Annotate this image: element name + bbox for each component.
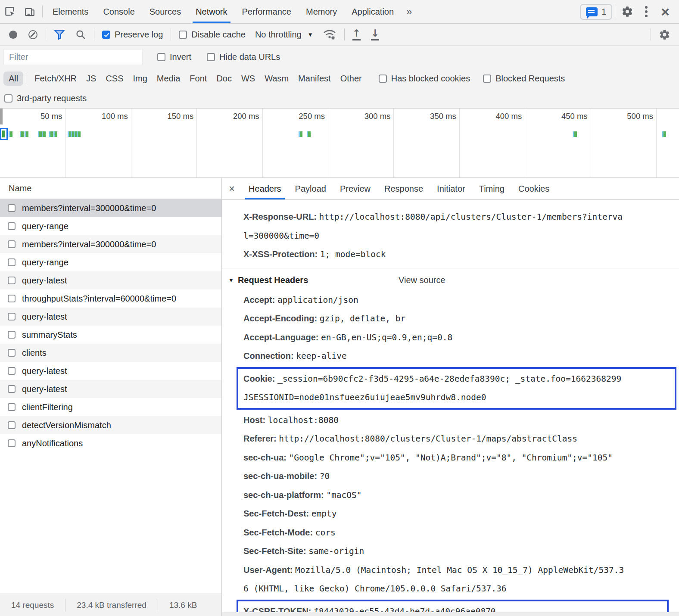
device-toolbar-icon[interactable] xyxy=(20,0,40,23)
request-row-checkbox[interactable] xyxy=(8,313,16,320)
header-entry-host: Host: localhost:8080 xyxy=(222,411,679,430)
request-type-chip-ws[interactable]: WS xyxy=(237,72,260,86)
tab-sources[interactable]: Sources xyxy=(142,0,188,23)
disable-cache-toggle[interactable]: Disable cache xyxy=(179,30,246,40)
settings-gear-icon[interactable] xyxy=(618,2,637,21)
request-row-checkbox[interactable] xyxy=(8,295,16,302)
request-row-checkbox[interactable] xyxy=(8,240,16,248)
request-headers-section-header[interactable]: ▼ Request Headers View source xyxy=(222,270,679,291)
request-type-chip-other[interactable]: Other xyxy=(336,72,367,86)
request-row[interactable]: query-range xyxy=(0,253,221,271)
disable-cache-checkbox[interactable] xyxy=(179,31,187,39)
request-type-chip-media[interactable]: Media xyxy=(152,72,185,86)
request-type-chip-all[interactable]: All xyxy=(3,72,23,86)
request-type-chip-wasm[interactable]: Wasm xyxy=(260,72,293,86)
filter-funnel-icon[interactable] xyxy=(54,29,65,40)
request-row-checkbox[interactable] xyxy=(8,385,16,393)
tab-memory[interactable]: Memory xyxy=(299,0,344,23)
devtools-window: ElementsConsoleSourcesNetworkPerformance… xyxy=(0,0,679,616)
request-type-chip-img[interactable]: Img xyxy=(128,72,152,86)
preserve-log-checkbox[interactable] xyxy=(102,31,110,39)
request-type-chip-js[interactable]: JS xyxy=(81,72,101,86)
kebab-menu-icon[interactable] xyxy=(637,2,656,21)
request-row[interactable]: clients xyxy=(0,344,221,362)
network-settings-gear-icon[interactable] xyxy=(659,29,670,40)
request-row[interactable]: detectVersionMismatch xyxy=(0,416,221,434)
filter-row: Invert Hide data URLs xyxy=(0,46,679,68)
third-party-row: 3rd-party requests xyxy=(0,89,679,109)
third-party-toggle[interactable]: 3rd-party requests xyxy=(4,93,87,103)
inspect-element-icon[interactable] xyxy=(0,0,20,23)
request-row-checkbox[interactable] xyxy=(8,277,16,284)
network-overview-timeline[interactable]: 50 ms100 ms150 ms200 ms250 ms300 ms350 m… xyxy=(0,109,679,178)
request-row[interactable]: query-latest xyxy=(0,271,221,289)
search-icon[interactable] xyxy=(75,29,86,40)
details-tab-initiator[interactable]: Initiator xyxy=(430,178,472,199)
request-row[interactable]: query-latest xyxy=(0,380,221,398)
network-conditions-icon[interactable] xyxy=(323,29,336,40)
overview-segment: 100 ms xyxy=(65,109,131,177)
request-row-checkbox[interactable] xyxy=(8,204,16,212)
details-tab-preview[interactable]: Preview xyxy=(333,178,377,199)
blocked-requests-toggle[interactable]: Blocked Requests xyxy=(483,74,565,84)
tab-network[interactable]: Network xyxy=(188,0,234,23)
request-row-checkbox[interactable] xyxy=(8,349,16,357)
request-row-checkbox[interactable] xyxy=(8,222,16,230)
header-name: sec-ch-ua-platform: xyxy=(243,490,326,500)
blocked-requests-checkbox[interactable] xyxy=(483,75,491,83)
view-source-link[interactable]: View source xyxy=(399,275,445,285)
record-network-log-icon[interactable] xyxy=(9,31,17,39)
has-blocked-cookies-toggle[interactable]: Has blocked cookies xyxy=(379,74,470,84)
third-party-checkbox[interactable] xyxy=(4,94,12,103)
issues-badge-button[interactable]: 1 xyxy=(580,4,612,20)
more-tabs-button[interactable]: » xyxy=(401,0,417,23)
name-column-header[interactable]: Name xyxy=(0,178,221,199)
invert-toggle[interactable]: Invert xyxy=(157,52,191,62)
tab-application[interactable]: Application xyxy=(344,0,401,23)
request-type-chip-fetch-xhr[interactable]: Fetch/XHR xyxy=(30,72,81,86)
throttling-select[interactable]: No throttling ▼ xyxy=(255,30,313,40)
request-row[interactable]: summaryStats xyxy=(0,326,221,344)
request-row-checkbox[interactable] xyxy=(8,403,16,411)
hide-data-urls-checkbox[interactable] xyxy=(207,53,215,61)
overview-tick-label: 450 ms xyxy=(561,112,588,121)
import-har-icon[interactable]: ↑ xyxy=(352,28,361,40)
tab-console[interactable]: Console xyxy=(96,0,142,23)
export-har-icon[interactable]: ↓ xyxy=(371,28,379,40)
close-devtools-icon[interactable]: × xyxy=(656,2,675,21)
request-row[interactable]: clientFiltering xyxy=(0,398,221,416)
invert-checkbox[interactable] xyxy=(157,53,165,61)
has-blocked-cookies-checkbox[interactable] xyxy=(379,75,387,83)
request-row-checkbox[interactable] xyxy=(8,439,16,447)
header-value: "Google Chrome";v="105", "Not)A;Brand";v… xyxy=(289,453,613,463)
request-row[interactable]: query-range xyxy=(0,217,221,235)
filter-input[interactable] xyxy=(3,49,143,65)
request-row-checkbox[interactable] xyxy=(8,421,16,429)
preserve-log-toggle[interactable]: Preserve log xyxy=(102,30,163,40)
request-row[interactable]: query-latest xyxy=(0,362,221,380)
request-row-checkbox[interactable] xyxy=(8,331,16,339)
request-type-chip-css[interactable]: CSS xyxy=(101,72,128,86)
details-tab-headers[interactable]: Headers xyxy=(242,178,288,199)
request-row-checkbox[interactable] xyxy=(8,367,16,375)
request-row[interactable]: query-latest xyxy=(0,308,221,326)
request-type-chip-doc[interactable]: Doc xyxy=(212,72,237,86)
request-type-chip-font[interactable]: Font xyxy=(185,72,212,86)
request-row-checkbox[interactable] xyxy=(8,258,16,266)
overview-tick-label: 350 ms xyxy=(430,112,456,121)
request-row[interactable]: members?interval=300000&time=0 xyxy=(0,199,221,217)
request-row[interactable]: throughputStats?interval=60000&time=0 xyxy=(0,289,221,308)
overview-segment: 50 ms xyxy=(0,109,65,177)
details-tab-timing[interactable]: Timing xyxy=(472,178,511,199)
close-details-icon[interactable]: × xyxy=(222,183,242,195)
clear-network-log-icon[interactable] xyxy=(28,30,37,39)
tab-performance[interactable]: Performance xyxy=(235,0,299,23)
request-type-chip-manifest[interactable]: Manifest xyxy=(293,72,336,86)
details-tab-response[interactable]: Response xyxy=(377,178,430,199)
details-tab-payload[interactable]: Payload xyxy=(288,178,333,199)
hide-data-urls-toggle[interactable]: Hide data URLs xyxy=(207,52,280,62)
request-row[interactable]: anyNotifications xyxy=(0,434,221,452)
request-row[interactable]: members?interval=300000&time=0 xyxy=(0,235,221,253)
tab-elements[interactable]: Elements xyxy=(45,0,96,23)
details-tab-cookies[interactable]: Cookies xyxy=(511,178,556,199)
